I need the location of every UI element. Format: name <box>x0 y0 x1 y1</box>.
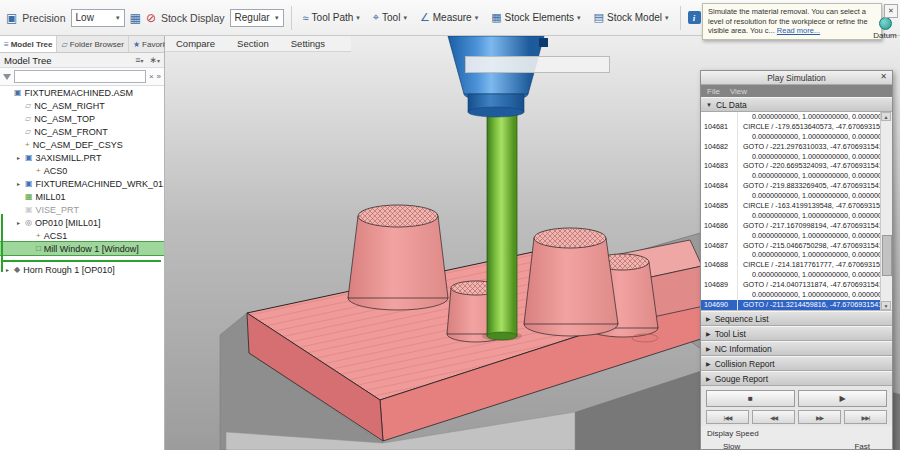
tree-expander-icon[interactable]: ▸ <box>4 266 11 273</box>
menu-view[interactable]: View <box>730 87 747 96</box>
tree-item-mill01[interactable]: ▦ MILL01 <box>0 190 164 203</box>
panel-titlebar[interactable]: Play Simulation ✕ <box>701 71 892 85</box>
clear-filter-icon[interactable]: × <box>149 72 154 81</box>
sidebar-tab-model-tree[interactable]: ≡ Model Tree <box>0 36 57 52</box>
tree-item-acs0[interactable]: + ACS0 <box>0 164 164 177</box>
cl-data-row[interactable]: 0.0000000000, 1.0000000000, 0.0000000000 <box>701 191 881 201</box>
spin-center-icon[interactable] <box>594 58 607 71</box>
panel-section-header[interactable]: ▶ NC Information <box>701 341 892 356</box>
tree-expander-icon[interactable]: ▸ <box>15 180 22 187</box>
view-manager-icon[interactable] <box>580 58 593 71</box>
play-button[interactable]: ▶ <box>798 390 887 407</box>
scroll-thumb[interactable] <box>882 235 892 277</box>
tool-button[interactable]: ⌖ Tool ▾ <box>369 8 411 27</box>
cl-data-row[interactable]: 0.0000000000, 1.0000000000, 0.0000000000 <box>701 250 881 260</box>
tree-item-horn-rough-1[interactable]: ▸ ◆ Horn Rough 1 [OP010] <box>0 263 164 276</box>
tool-path-button[interactable]: ≈ Tool Path ▾ <box>299 9 364 27</box>
close-icon[interactable]: ✕ <box>884 4 898 18</box>
app-window-icon[interactable]: ▣ <box>6 12 17 24</box>
cl-data-row[interactable]: 0.0000000000, 1.0000000000, 0.0000000000 <box>701 171 881 181</box>
tree-filter-input[interactable] <box>14 70 146 83</box>
menu-file[interactable]: File <box>707 87 720 96</box>
tree-columns-icon[interactable]: ≡▾ <box>135 55 143 65</box>
zoom-in-icon[interactable] <box>468 58 481 71</box>
tree-expander-icon[interactable]: ▸ <box>15 219 22 226</box>
stock-model-button[interactable]: ▤ Stock Model ▾ <box>590 8 673 27</box>
sidebar-tab-folder-browser[interactable]: ▱ Folder Browser <box>57 36 128 52</box>
measure-button[interactable]: ∠ Measure ▾ <box>416 8 482 27</box>
panel-section-header[interactable]: ▶ Gouge Report <box>701 371 892 386</box>
skip-button[interactable]: ◀◀ <box>752 410 795 424</box>
info-icon[interactable]: i <box>688 11 701 24</box>
cl-data-row[interactable]: 0.0000000000, 1.0000000000, 0.0000000000… <box>701 211 881 221</box>
datum-display-icon[interactable] <box>552 58 565 71</box>
tab-section[interactable]: Section <box>226 37 280 50</box>
tree-item-fixturemachined-wrk-01-prt[interactable]: ▸ ▣ FIXTUREMACHINED_WRK_01.PRT <box>0 177 164 190</box>
named-views-icon[interactable] <box>566 58 579 71</box>
cl-data-row[interactable]: 104686 GOTO / -217.1670998194, -47.67069… <box>701 221 881 231</box>
filter-funnel-icon[interactable] <box>3 74 11 80</box>
scroll-up-icon[interactable]: ▲ <box>881 112 891 121</box>
stop-button[interactable]: ■ <box>706 390 795 407</box>
cl-data-row[interactable]: 0.0000000000, 1.0000000000, 0.0000000000 <box>701 112 881 122</box>
more-options-icon[interactable]: » <box>157 72 161 81</box>
cl-scrollbar[interactable]: ▲ ▼ <box>880 112 892 310</box>
cl-data-row[interactable]: 104687 GOTO / -215.0466750298, -47.67069… <box>701 241 881 251</box>
scroll-down-icon[interactable]: ▼ <box>881 301 891 310</box>
skip-button[interactable]: |◀◀ <box>706 410 749 424</box>
tree-item-op010[interactable]: ▸ ◎ OP010 [MILL01] <box>0 216 164 229</box>
no-display-icon[interactable]: ⊘ <box>146 11 156 25</box>
stock-display-value: Regular <box>235 12 270 23</box>
zoom-out-icon[interactable] <box>482 58 495 71</box>
tree-item-nc-asm-top[interactable]: ▱ NC_ASM_TOP <box>0 112 164 125</box>
datum-label[interactable]: Datum <box>872 31 898 40</box>
tree-item-nc-asm-right[interactable]: ▱ NC_ASM_RIGHT <box>0 99 164 112</box>
cl-data-row[interactable]: 104685 CIRCLE / -163.4199139548, -47.670… <box>701 201 881 211</box>
cl-data-row[interactable]: 104690 GOTO / -211.3214459816, -47.67069… <box>701 300 881 310</box>
cl-data-row[interactable]: 104689 GOTO / -214.0407131874, -47.67069… <box>701 280 881 290</box>
tree-item-nc-asm-front[interactable]: ▱ NC_ASM_FRONT <box>0 125 164 138</box>
panel-section-header[interactable]: ▶ Tool List <box>701 326 892 341</box>
tree-item-3axismill-prt[interactable]: ▸ ▣ 3AXISMILL.PRT <box>0 151 164 164</box>
cl-data-row[interactable]: 0.0000000000, 1.0000000000, 0.0000000000… <box>701 270 881 280</box>
stock-display-dropdown[interactable]: Regular ▾ <box>230 9 284 27</box>
tree-item-acs1[interactable]: + ACS1 <box>0 229 164 242</box>
cl-line-number <box>701 211 738 221</box>
cl-data-row[interactable]: 0.0000000000, 1.0000000000, 0.0000000000 <box>701 152 881 162</box>
cutting-tool[interactable] <box>482 110 522 341</box>
cl-data-section-header[interactable]: ▼ CL Data <box>701 97 892 112</box>
tree-item-mill-window-1[interactable]: □ Mill Window 1 [Window] <box>0 242 164 255</box>
stock-display-palette-icon[interactable]: ▦ <box>130 12 141 24</box>
datum-icon[interactable] <box>879 17 892 30</box>
skip-button[interactable]: ▶▶ <box>798 410 841 424</box>
boss-left-large[interactable] <box>348 205 448 310</box>
shaded-view-icon[interactable] <box>524 58 537 71</box>
panel-section-header[interactable]: ▶ Sequence List <box>701 311 892 326</box>
tab-compare[interactable]: Compare <box>165 37 226 50</box>
read-more-link[interactable]: Read more... <box>777 26 820 35</box>
cl-data-row[interactable]: 0.0000000000, 1.0000000000, 0.0000000000 <box>701 231 881 241</box>
tree-item-nc-asm-def-csys[interactable]: + NC_ASM_DEF_CSYS <box>0 138 164 151</box>
tab-settings[interactable]: Settings <box>280 37 336 50</box>
panel-close-icon[interactable]: ✕ <box>878 72 889 81</box>
stock-elements-button[interactable]: ▦ Stock Elements ▾ <box>487 8 584 27</box>
tree-settings-icon[interactable]: ∗▾ <box>149 55 160 65</box>
repaint-icon[interactable] <box>510 58 523 71</box>
precision-dropdown[interactable]: Low ▾ <box>71 9 125 27</box>
cl-data-row[interactable]: 104682 GOTO / -221.2976310033, -47.67069… <box>701 142 881 152</box>
cl-data-row[interactable]: 0.0000000000, 1.0000000000, 0.0000000000 <box>701 290 881 300</box>
panel-section-header[interactable]: ▶ Collision Report <box>701 356 892 371</box>
skip-button[interactable]: ▶▶| <box>844 410 887 424</box>
tree-expander-icon[interactable]: ▸ <box>15 154 22 161</box>
cl-data-row[interactable]: 104683 GOTO / -220.6695324093, -47.67069… <box>701 161 881 171</box>
tree-item[interactable] <box>3 256 161 262</box>
refit-icon[interactable] <box>496 58 509 71</box>
cl-data-row[interactable]: 104688 CIRCLE / -214.1817761777, -47.670… <box>701 260 881 270</box>
tree-item-vise-prt[interactable]: ▣ VISE_PRT <box>0 203 164 216</box>
cl-data-row[interactable]: 104684 GOTO / -219.8833269405, -47.67069… <box>701 181 881 191</box>
cl-data-row[interactable]: 104681 CIRCLE / -179.6513640573, -47.670… <box>701 122 881 132</box>
tree-item-fixturemachined-asm[interactable]: ▣ FIXTUREMACHINED.ASM <box>0 86 164 99</box>
cl-data-row[interactable]: 0.0000000000, 1.0000000000, 0.0000000000… <box>701 132 881 142</box>
display-style-icon[interactable] <box>538 58 551 71</box>
boss-right-large[interactable] <box>524 228 618 336</box>
